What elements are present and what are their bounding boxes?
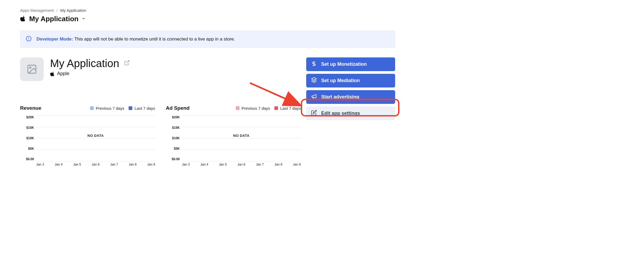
breadcrumb-separator: / (57, 8, 58, 13)
page-title-row[interactable]: My Application (20, 15, 395, 23)
adspend-xaxis: Jan 3 Jan 4 Jan 5 Jan 6 Jan 7 Jan 8 Jan … (182, 163, 301, 166)
layers-icon (311, 77, 317, 84)
legend-last-label: Last 7 days (280, 106, 301, 111)
legend-prev-label: Previous 7 days (96, 106, 125, 111)
svg-point-4 (30, 67, 31, 68)
app-name: My Application (50, 57, 119, 69)
chevron-down-icon[interactable] (82, 17, 85, 21)
button-label: Set up Mediation (321, 78, 360, 83)
adspend-plot: NO DATA (182, 115, 301, 161)
ytick: $10K (26, 136, 34, 140)
ytick: $15K (172, 126, 180, 130)
xtick: Jan 3 (182, 163, 190, 166)
xtick: Jan 8 (274, 163, 282, 166)
app-icon-placeholder (20, 57, 44, 81)
revenue-nodata: NO DATA (88, 133, 104, 137)
edit-icon (311, 110, 317, 117)
adspend-nodata: NO DATA (233, 133, 250, 137)
xtick: Jan 4 (55, 163, 62, 166)
xtick: Jan 5 (219, 163, 227, 166)
revenue-legend: Previous 7 days Last 7 days (90, 106, 155, 111)
breadcrumb: Apps Management / My Application (20, 8, 395, 13)
ytick: $5K (28, 147, 34, 151)
revenue-yaxis: $20K $15K $10K $5K $0.00 (20, 115, 36, 161)
external-link-icon[interactable] (124, 60, 130, 67)
actions-panel: Set up Monetization Set up Mediation Sta… (306, 57, 395, 120)
ytick: $20K (26, 115, 34, 119)
ytick: $15K (26, 126, 34, 130)
app-header: My Application Apple (20, 57, 301, 81)
page-title: My Application (29, 15, 78, 23)
xtick: Jan 7 (256, 163, 264, 166)
platform-name: Apple (57, 71, 69, 76)
developer-mode-alert: Developer Mode: This app will not be abl… (20, 31, 395, 48)
svg-line-5 (126, 61, 129, 63)
info-icon (26, 36, 32, 43)
adspend-title: Ad Spend (166, 105, 190, 111)
xtick: Jan 9 (293, 163, 301, 166)
revenue-plot: NO DATA (36, 115, 155, 161)
dollar-icon (311, 61, 317, 68)
swatch-revenue-prev (90, 106, 94, 110)
swatch-spend-prev (236, 106, 239, 110)
xtick: Jan 4 (200, 163, 208, 166)
svg-point-2 (28, 39, 29, 40)
swatch-spend-last (274, 106, 278, 110)
breadcrumb-parent[interactable]: Apps Management (20, 8, 54, 13)
ytick: $5K (174, 147, 180, 151)
breadcrumb-current: My Application (60, 8, 86, 13)
xtick: Jan 8 (129, 163, 136, 166)
revenue-xaxis: Jan 3 Jan 4 Jan 5 Jan 6 Jan 7 Jan 8 Jan … (36, 163, 155, 166)
adspend-chart: Ad Spend Previous 7 days Last 7 days $20… (166, 105, 301, 166)
xtick: Jan 3 (36, 163, 44, 166)
ytick: $0.00 (26, 157, 34, 161)
button-label: Start advertising (321, 94, 359, 100)
alert-message: This app will not be able to monetize un… (74, 36, 235, 42)
xtick: Jan 7 (110, 163, 118, 166)
setup-monetization-button[interactable]: Set up Monetization (306, 57, 395, 71)
xtick: Jan 6 (237, 163, 245, 166)
platform-label: Apple (50, 71, 130, 76)
apple-icon (20, 16, 26, 23)
xtick: Jan 6 (92, 163, 99, 166)
megaphone-icon (311, 93, 317, 101)
swatch-revenue-last (129, 106, 132, 110)
button-label: Set up Monetization (321, 61, 367, 67)
ytick: $0.00 (172, 157, 180, 161)
edit-app-settings-button[interactable]: Edit app settings (306, 107, 395, 120)
xtick: Jan 9 (147, 163, 155, 166)
alert-text: Developer Mode: This app will not be abl… (36, 36, 235, 42)
revenue-chart: Revenue Previous 7 days Last 7 days $20K… (20, 105, 155, 166)
start-advertising-button[interactable]: Start advertising (306, 90, 395, 104)
adspend-legend: Previous 7 days Last 7 days (236, 106, 301, 111)
ytick: $10K (172, 136, 180, 140)
xtick: Jan 5 (73, 163, 81, 166)
adspend-yaxis: $20K $15K $10K $5K $0.00 (166, 115, 182, 161)
legend-prev-label: Previous 7 days (242, 106, 270, 111)
revenue-title: Revenue (20, 105, 41, 111)
button-label: Edit app settings (321, 111, 360, 116)
alert-prefix: Developer Mode: (36, 36, 73, 42)
setup-mediation-button[interactable]: Set up Mediation (306, 74, 395, 87)
legend-last-label: Last 7 days (134, 106, 155, 111)
svg-marker-7 (312, 78, 316, 80)
ytick: $20K (172, 115, 180, 119)
